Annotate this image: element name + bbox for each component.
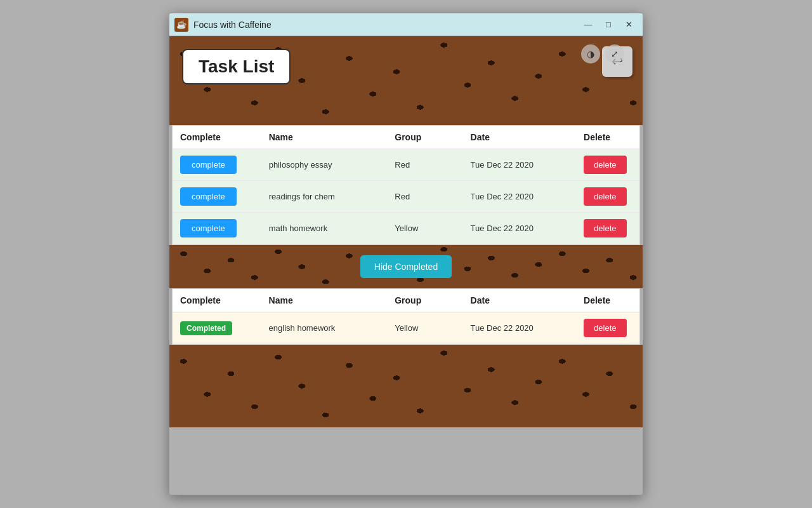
status-cell: Completed	[173, 312, 261, 344]
date-cell: Tue Dec 22 2020	[463, 213, 576, 244]
col-delete: Delete	[576, 126, 639, 149]
delete-cell: delete	[576, 149, 639, 181]
table-row: complete philosophy essay Red Tue Dec 22…	[173, 149, 639, 181]
col-group: Group	[387, 289, 462, 312]
complete-button[interactable]: complete	[180, 187, 237, 206]
titlebar: ☕ Focus with Caffeine — □ ✕	[169, 13, 643, 36]
col-name: Name	[261, 289, 388, 312]
delete-button[interactable]: delete	[584, 187, 626, 206]
delete-button[interactable]: delete	[584, 219, 626, 237]
date-cell: Tue Dec 22 2020	[463, 181, 576, 213]
col-name: Name	[261, 126, 388, 149]
name-cell: readings for chem	[261, 181, 388, 213]
window-controls: — □ ✕	[579, 18, 638, 32]
table-row: complete math homework Yellow Tue Dec 22…	[173, 213, 639, 244]
completed-tasks-section: Complete Name Group Date Delete Complete…	[172, 288, 640, 345]
incomplete-tasks-section: Complete Name Group Date Delete complete	[172, 125, 640, 245]
main-content: Task List ↩ Complete Name Group Date Del…	[169, 36, 643, 495]
complete-cell: complete	[173, 181, 261, 213]
col-group: Group	[387, 126, 462, 149]
completed-tasks-table: Complete Name Group Date Delete Complete…	[173, 289, 639, 344]
col-complete: Complete	[173, 126, 261, 149]
col-complete: Complete	[173, 289, 261, 312]
table-row: Completed english homework Yellow Tue De…	[173, 312, 639, 344]
hide-completed-button[interactable]: Hide Completed	[360, 255, 452, 278]
complete-cell: complete	[173, 149, 261, 181]
delete-button[interactable]: delete	[584, 319, 626, 337]
middle-area: Hide Completed	[169, 245, 643, 288]
delete-button[interactable]: delete	[584, 156, 626, 174]
group-cell: Red	[387, 149, 462, 181]
complete-cell: complete	[173, 213, 261, 244]
complete-button[interactable]: complete	[180, 156, 237, 174]
status-badge: Completed	[180, 321, 232, 335]
name-cell: math homework	[261, 213, 388, 244]
delete-cell: delete	[576, 312, 639, 344]
date-cell: Tue Dec 22 2020	[463, 312, 577, 344]
incomplete-tasks-table: Complete Name Group Date Delete complete	[173, 126, 639, 244]
app-icon: ☕	[174, 18, 188, 32]
name-cell: philosophy essay	[261, 149, 388, 181]
group-cell: Yellow	[387, 312, 462, 344]
app-title: Focus with Caffeine	[193, 20, 579, 30]
table-row: complete readings for chem Red Tue Dec 2…	[173, 181, 639, 213]
col-date: Date	[463, 289, 577, 312]
date-cell: Tue Dec 22 2020	[463, 149, 576, 181]
header-area: Task List ↩	[169, 36, 643, 125]
maximize-button[interactable]: □	[599, 18, 617, 32]
delete-cell: delete	[576, 181, 639, 213]
minimize-button[interactable]: —	[579, 18, 597, 32]
brightness-icon[interactable]: ◑	[581, 44, 600, 64]
table-header-row: Complete Name Group Date Delete	[173, 289, 639, 312]
group-cell: Red	[387, 181, 462, 213]
close-button[interactable]: ✕	[620, 18, 638, 32]
group-cell: Yellow	[387, 213, 462, 244]
complete-button[interactable]: complete	[180, 219, 237, 237]
app-window: ☕ Focus with Caffeine — □ ✕ Task List ↩	[169, 13, 643, 495]
name-cell: english homework	[261, 312, 388, 344]
footer-bg	[169, 345, 643, 427]
col-date: Date	[463, 126, 576, 149]
table-header-row: Complete Name Group Date Delete	[173, 126, 639, 149]
col-delete: Delete	[576, 289, 639, 312]
page-title: Task List	[182, 49, 291, 84]
delete-cell: delete	[576, 213, 639, 244]
expand-icon[interactable]: ⤢	[605, 44, 624, 64]
